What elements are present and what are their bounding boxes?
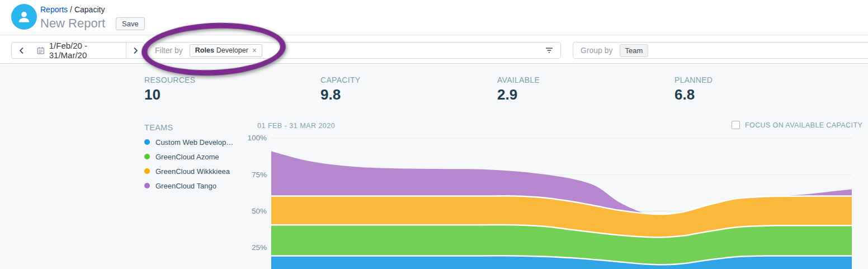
stat-capacity: CAPACITY 9.8 [320,75,360,103]
focus-checkbox-label: FOCUS ON AVAILABLE CAPACITY [745,121,862,129]
legend-item-greencloud-azome[interactable]: GreenCloud Azome [144,149,233,164]
chart-period-label: 01 FEB - 31 MAR 2020 [257,122,335,130]
breadcrumb: Reports/Capacity [40,5,105,14]
filter-funnel-icon[interactable] [545,47,553,54]
filter-chip-roles-developer[interactable]: Roles Developer × [190,44,262,57]
focus-checkbox[interactable] [732,121,740,129]
y-axis-tick-25: 25% [241,243,267,252]
filter-chip-category: Roles [195,46,214,54]
legend-label: GreenCloud Wikkkieea [155,167,230,176]
chevron-right-icon [133,47,138,54]
teams-section-title: TEAMS [144,123,173,132]
legend-label: GreenCloud Tango [155,182,216,190]
y-axis-tick-75: 75% [241,171,267,180]
legend-dot-blue [144,139,150,145]
chevron-left-icon [19,47,24,54]
legend-dot-orange [144,168,150,174]
next-period-button[interactable] [126,42,145,59]
remove-filter-icon[interactable]: × [252,46,257,54]
previous-period-button[interactable] [11,42,32,59]
date-range-picker[interactable]: 1/Feb/20 - 31/Mar/20 [31,42,126,59]
capacity-report-page: Reports/Capacity New Report Save 1/Feb/2… [0,0,868,269]
stat-capacity-label: CAPACITY [320,75,360,84]
teams-legend: Custom Web Develop… GreenCloud Azome Gre… [144,135,233,193]
legend-label: Custom Web Develop… [155,138,233,147]
save-button[interactable]: Save [116,17,145,30]
stat-available-value: 2.9 [497,86,540,103]
stat-planned: PLANNED 6.8 [674,75,713,103]
person-icon [17,10,31,24]
stat-available-label: AVAILABLE [497,75,540,84]
filter-chip-value: Developer [216,46,248,54]
capacity-chart-svg[interactable] [271,134,852,269]
group-by-control[interactable]: Group by Team [573,42,868,59]
y-axis-tick-50: 50% [241,207,267,216]
filter-by-label: Filter by [155,46,183,55]
stat-available: AVAILABLE 2.9 [497,75,540,103]
breadcrumb-reports-link[interactable]: Reports [40,5,68,14]
legend-item-greencloud-wikkkieea[interactable]: GreenCloud Wikkkieea [144,164,233,178]
page-title: New Report [40,16,105,31]
stat-planned-value: 6.8 [674,86,713,103]
group-by-label: Group by [581,46,613,55]
date-range-value: 1/Feb/20 - 31/Mar/20 [49,41,121,60]
stat-resources-label: RESOURCES [144,75,195,84]
legend-dot-green [144,154,150,159]
avatar[interactable] [11,4,37,30]
breadcrumb-separator: / [70,5,72,14]
y-axis-tick-100: 100% [241,134,267,143]
legend-label: GreenCloud Azome [155,153,219,161]
legend-item-custom-web-development[interactable]: Custom Web Develop… [144,135,233,149]
stat-resources: RESOURCES 10 [144,75,195,103]
stat-resources-value: 10 [144,86,195,103]
group-by-chip-team[interactable]: Team [620,44,649,57]
focus-available-capacity-toggle[interactable]: FOCUS ON AVAILABLE CAPACITY [732,121,862,129]
filter-by-control[interactable]: Filter by Roles Developer × [147,42,561,59]
legend-item-greencloud-tango[interactable]: GreenCloud Tango [144,178,233,193]
stat-planned-label: PLANNED [674,75,713,84]
legend-dot-purple [144,183,150,188]
stat-capacity-value: 9.8 [320,86,360,103]
breadcrumb-current: Capacity [74,5,105,14]
calendar-icon [37,46,45,55]
